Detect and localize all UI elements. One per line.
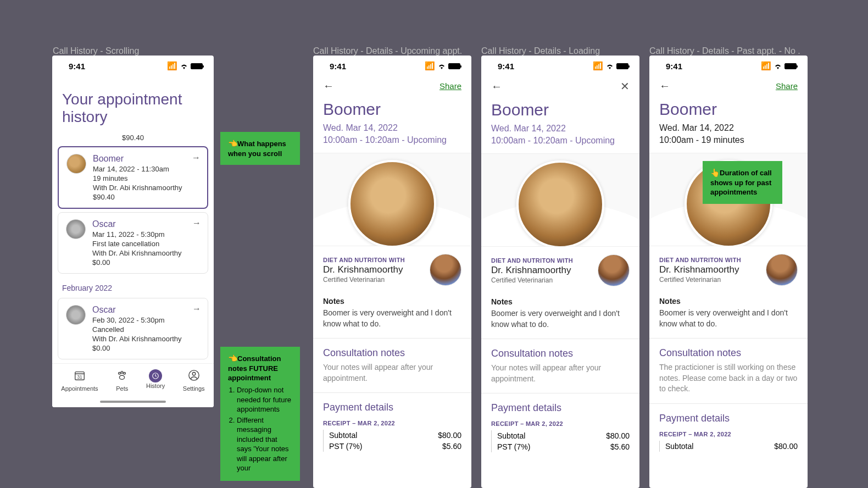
svg-point-4 bbox=[121, 371, 123, 374]
battery-icon bbox=[191, 63, 203, 69]
status-icons: 📶 bbox=[593, 61, 628, 71]
appt-time-status: 10:00am - 10:20am - Upcoming bbox=[313, 133, 471, 153]
appt-vet: With Dr. Abi Krishnamoorthy bbox=[92, 249, 182, 257]
vet-title: Certified Veterinarian bbox=[491, 276, 573, 284]
notes-label: Notes bbox=[649, 290, 808, 308]
pet-hero-avatar bbox=[516, 160, 604, 247]
note-item-2: Different messaging included that says '… bbox=[237, 415, 292, 473]
tab-history[interactable]: History bbox=[146, 369, 165, 392]
subtotal-value: $80.00 bbox=[606, 431, 630, 440]
tab-settings[interactable]: Settings bbox=[183, 369, 205, 392]
appt-datetime: Mar 14, 2022 - 11:30am bbox=[93, 165, 182, 173]
payment-details-heading: Payment details bbox=[481, 396, 639, 417]
notes-text: Boomer is very overweight and I don't kn… bbox=[649, 308, 808, 336]
notes-label: Notes bbox=[313, 290, 471, 308]
close-button[interactable]: ✕ bbox=[620, 80, 630, 93]
appt-date: Wed. Mar 14, 2022 bbox=[649, 119, 808, 133]
appt-duration: 19 minutes bbox=[93, 174, 182, 182]
appt-vet: With Dr. Abi Krishnamoorthy bbox=[92, 335, 182, 343]
appt-datetime: Mar 11, 2022 - 5:30pm bbox=[92, 230, 182, 239]
pet-name-title: Boomer bbox=[649, 98, 808, 119]
vet-title: Certified Veterinarian bbox=[323, 276, 405, 284]
appt-note: First late cancellation bbox=[92, 240, 182, 248]
tab-label: Settings bbox=[183, 385, 205, 392]
vet-name: Dr. Krishnamoorthy bbox=[491, 265, 573, 276]
status-bar: 9:41 📶 bbox=[52, 56, 214, 74]
pet-name: Oscar bbox=[92, 305, 182, 315]
frame-label-1: Call History - Scrolling bbox=[53, 46, 139, 56]
pst-label: PST (7%) bbox=[329, 442, 362, 451]
back-button[interactable]: ← bbox=[491, 80, 502, 93]
annotation-note-scroll: 👈What happens when you scroll bbox=[220, 132, 300, 165]
back-button[interactable]: ← bbox=[659, 80, 670, 92]
pet-name: Boomer bbox=[93, 154, 182, 164]
status-time: 9:41 bbox=[69, 62, 85, 71]
receipt-label: RECEIPT – MAR 2, 2022 bbox=[313, 417, 471, 430]
consultation-topic: DIET AND NUTRITON WITH bbox=[491, 257, 573, 264]
pointer-icon: 👈 bbox=[228, 139, 237, 148]
status-time: 9:41 bbox=[330, 62, 346, 71]
tab-pets[interactable]: Pets bbox=[116, 369, 128, 392]
screen-detail-past: 9:41 📶 ← Share Boomer Wed. Mar 14, 2022 … bbox=[649, 56, 808, 488]
page-title: Your appointment history bbox=[52, 74, 214, 131]
cut-off-price: $90.40 bbox=[52, 130, 214, 142]
payment-details-heading: Payment details bbox=[313, 395, 471, 417]
pet-avatar bbox=[66, 305, 86, 325]
battery-icon bbox=[616, 63, 628, 69]
pst-value: $5.60 bbox=[442, 442, 461, 451]
signal-icon: 📶 bbox=[167, 61, 177, 71]
appt-price: $90.40 bbox=[93, 193, 182, 201]
vet-name: Dr. Krishnamoorthy bbox=[323, 264, 405, 275]
notes-label: Notes bbox=[481, 291, 639, 308]
consultation-notes-text: The practicioner is still working on the… bbox=[649, 362, 808, 401]
pointer-icon: 👆 bbox=[710, 168, 720, 177]
pet-name: Oscar bbox=[92, 219, 182, 229]
share-link[interactable]: Share bbox=[439, 81, 461, 91]
status-bar: 9:41 📶 bbox=[313, 56, 471, 74]
tab-label: Appointments bbox=[61, 385, 98, 392]
subtotal-value: $80.00 bbox=[774, 442, 798, 451]
appointment-card-oscar-2[interactable]: → Oscar Feb 30, 2022 - 5:30pm Cancelled … bbox=[58, 298, 208, 359]
appt-vet: With Dr. Abi Krishnamoorthy bbox=[93, 184, 182, 192]
payment-details-heading: Payment details bbox=[649, 406, 808, 428]
vet-avatar bbox=[766, 254, 798, 286]
wifi-icon bbox=[437, 62, 446, 71]
status-icons: 📶 bbox=[425, 61, 460, 71]
annotation-note-duration: 👆Duration of call shows up for past appo… bbox=[703, 161, 782, 204]
appt-note: Cancelled bbox=[92, 325, 182, 334]
vet-name: Dr. Krishnamoorthy bbox=[659, 264, 741, 275]
subtotal-label: Subtotal bbox=[665, 442, 693, 451]
calendar-icon: 31 bbox=[61, 369, 98, 384]
consultation-notes-text: Your notes will appear after your appoin… bbox=[313, 362, 471, 390]
signal-icon: 📶 bbox=[593, 61, 603, 71]
pointer-icon: 👈 bbox=[228, 354, 237, 363]
consultation-topic: DIET AND NUTRITON WITH bbox=[659, 257, 741, 263]
back-button[interactable]: ← bbox=[323, 80, 334, 92]
appt-datetime: Feb 30, 2022 - 5:30pm bbox=[92, 316, 182, 324]
svg-point-6 bbox=[120, 375, 125, 379]
tab-label: Pets bbox=[116, 385, 128, 392]
note-item-1: Drop-down not needed for future appointm… bbox=[237, 385, 292, 414]
battery-icon bbox=[448, 63, 460, 69]
pet-avatar bbox=[66, 219, 86, 239]
status-icons: 📶 bbox=[761, 61, 797, 71]
vet-title: Certified Veterinarian bbox=[659, 276, 741, 284]
appt-time-duration: 10:00am - 19 minutes bbox=[649, 133, 808, 153]
svg-point-5 bbox=[124, 373, 126, 375]
frame-label-2: Call History - Details - Upcoming appt. bbox=[313, 46, 462, 56]
wifi-icon bbox=[180, 62, 188, 71]
appt-price: $0.00 bbox=[92, 344, 182, 352]
svg-point-9 bbox=[192, 373, 196, 376]
frame-label-3: Call History - Details - Loading bbox=[481, 46, 600, 56]
appointment-card-oscar-1[interactable]: → Oscar Mar 11, 2022 - 5:30pm First late… bbox=[58, 212, 208, 274]
tab-appointments[interactable]: 31 Appointments bbox=[61, 369, 98, 392]
status-icons: 📶 bbox=[167, 61, 203, 71]
note-text: Duration of call shows up for past appoi… bbox=[710, 169, 772, 196]
appointment-card-boomer[interactable]: → Boomer Mar 14, 2022 - 11:30am 19 minut… bbox=[58, 146, 208, 209]
chevron-right-icon: → bbox=[192, 153, 201, 163]
pst-value: $5.60 bbox=[610, 442, 630, 451]
frame-label-4: Call History - Details - Past appt. - No… bbox=[649, 46, 800, 56]
status-time: 9:41 bbox=[666, 62, 682, 71]
share-link[interactable]: Share bbox=[776, 81, 798, 91]
status-bar: 9:41 📶 bbox=[481, 56, 639, 74]
